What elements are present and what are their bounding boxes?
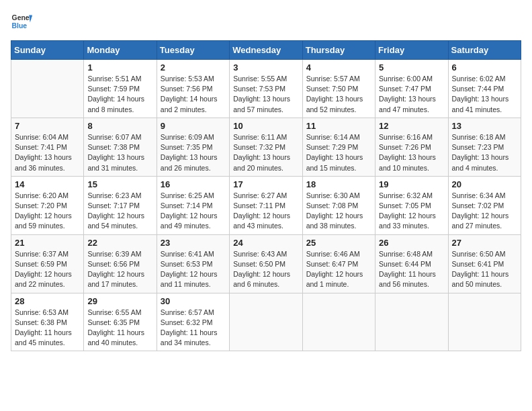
day-info-line: Daylight: 13 hours [306,152,371,163]
day-info-line: Sunrise: 6:18 AM [452,132,517,142]
day-info-line: Sunset: 6:53 PM [161,259,226,269]
calendar-cell: 21Sunrise: 6:37 AMSunset: 6:59 PMDayligh… [11,234,84,293]
day-info-line: Sunrise: 5:55 AM [233,74,298,84]
day-info-line: and 22 minutes. [15,279,80,289]
day-info-line: Sunset: 7:20 PM [15,201,80,211]
day-number: 5 [379,62,444,73]
calendar-cell [11,60,84,118]
day-info-line: Sunset: 6:44 PM [379,259,444,269]
day-info-line: Sunrise: 6:57 AM [161,308,226,318]
day-info-line: Sunrise: 6:25 AM [161,191,226,201]
day-info-line: Daylight: 11 hours [452,269,517,279]
day-info-line: and 17 minutes. [87,279,152,289]
day-info-line: and 54 minutes. [87,221,152,231]
calendar-cell: 23Sunrise: 6:41 AMSunset: 6:53 PMDayligh… [157,234,229,293]
calendar-cell: 16Sunrise: 6:25 AMSunset: 7:14 PMDayligh… [157,176,229,234]
day-info-line: Daylight: 12 hours [161,269,226,279]
day-number: 11 [306,121,371,131]
calendar-cell: 27Sunrise: 6:50 AMSunset: 6:41 PMDayligh… [448,234,521,293]
calendar-cell: 26Sunrise: 6:48 AMSunset: 6:44 PMDayligh… [375,234,448,293]
day-info-line: Sunset: 7:11 PM [233,201,298,211]
calendar-cell: 14Sunrise: 6:20 AMSunset: 7:20 PMDayligh… [11,176,84,234]
day-info-line: Sunset: 7:17 PM [87,201,152,211]
day-info-line: and 57 minutes. [233,105,298,115]
day-info-line: and 26 minutes. [161,163,226,173]
day-info-line: and 38 minutes. [306,221,371,231]
day-info-line: Sunrise: 6:27 AM [233,191,298,201]
day-number: 2 [161,62,226,73]
day-info-line: and 10 minutes. [379,163,444,173]
day-info-line: Daylight: 13 hours [452,152,517,163]
calendar-cell [302,293,375,351]
day-info-line: Sunrise: 6:43 AM [233,249,298,259]
day-info-line: Sunrise: 6:02 AM [452,74,517,84]
day-info-line: Sunrise: 6:00 AM [379,74,444,84]
day-number: 9 [161,121,226,131]
day-info-line: and 1 minute. [306,279,371,289]
calendar-week-row: 21Sunrise: 6:37 AMSunset: 6:59 PMDayligh… [11,234,521,293]
calendar-cell: 15Sunrise: 6:23 AMSunset: 7:17 PMDayligh… [84,176,157,234]
day-info-line: Daylight: 13 hours [233,152,298,163]
calendar-cell: 12Sunrise: 6:16 AMSunset: 7:26 PMDayligh… [375,118,448,176]
day-info-line: and 36 minutes. [15,163,80,173]
day-info-line: Sunset: 6:41 PM [452,259,517,269]
day-info-line: Sunset: 7:50 PM [306,84,371,94]
day-number: 17 [233,179,298,189]
day-info-line: Sunset: 7:29 PM [306,142,371,152]
day-info-line: Sunrise: 6:30 AM [306,191,371,201]
day-info-line: Sunrise: 6:46 AM [306,249,371,259]
day-info-line: Sunrise: 6:55 AM [87,308,152,318]
day-info-line: Sunset: 6:59 PM [15,259,80,269]
day-info-line: Sunrise: 6:53 AM [15,308,80,318]
day-info-line: Sunset: 7:02 PM [452,201,517,211]
day-info-line: Daylight: 11 hours [161,328,226,338]
day-info-line: Sunset: 7:59 PM [87,84,152,94]
day-info-line: Daylight: 13 hours [87,152,152,163]
day-number: 18 [306,179,371,189]
calendar-cell: 20Sunrise: 6:34 AMSunset: 7:02 PMDayligh… [448,176,521,234]
day-info-line: Sunset: 7:23 PM [452,142,517,152]
weekday-header: Wednesday [230,41,302,60]
day-number: 27 [452,238,517,248]
day-number: 7 [15,121,80,131]
day-info-line: Sunset: 6:32 PM [161,318,226,328]
day-info-line: Daylight: 11 hours [15,328,80,338]
day-info-line: Sunset: 7:14 PM [161,201,226,211]
day-info-line: Daylight: 11 hours [87,328,152,338]
day-info-line: Daylight: 12 hours [452,211,517,221]
day-info-line: Daylight: 12 hours [15,269,80,279]
svg-text:Blue: Blue [12,22,28,30]
day-number: 19 [379,179,444,189]
calendar-cell: 7Sunrise: 6:04 AMSunset: 7:41 PMDaylight… [11,118,84,176]
day-number: 26 [379,238,444,248]
day-info-line: and 43 minutes. [233,221,298,231]
day-info-line: Daylight: 14 hours [161,94,226,104]
calendar-cell: 18Sunrise: 6:30 AMSunset: 7:08 PMDayligh… [302,176,375,234]
day-info-line: and 45 minutes. [15,338,80,348]
calendar-cell: 19Sunrise: 6:32 AMSunset: 7:05 PMDayligh… [375,176,448,234]
calendar-week-row: 1Sunrise: 5:51 AMSunset: 7:59 PMDaylight… [11,60,521,118]
day-info-line: Sunset: 7:26 PM [379,142,444,152]
day-info-line: Sunrise: 6:23 AM [87,191,152,201]
day-info-line: and 47 minutes. [379,105,444,115]
calendar-cell: 8Sunrise: 6:07 AMSunset: 7:38 PMDaylight… [84,118,157,176]
day-info-line: and 59 minutes. [15,221,80,231]
day-info-line: and 34 minutes. [161,338,226,348]
day-info-line: Daylight: 13 hours [306,94,371,104]
day-number: 6 [452,62,517,73]
day-info-line: Sunrise: 6:16 AM [379,132,444,142]
day-info-line: Sunrise: 5:53 AM [161,74,226,84]
calendar-cell [375,293,448,351]
day-info-line: Daylight: 13 hours [15,152,80,163]
day-info-line: Sunrise: 6:39 AM [87,249,152,259]
day-number: 15 [87,179,152,189]
day-info-line: and 11 minutes. [161,279,226,289]
day-info-line: and 40 minutes. [87,338,152,348]
day-number: 13 [452,121,517,131]
day-number: 29 [87,296,152,306]
day-number: 20 [452,179,517,189]
calendar-cell: 25Sunrise: 6:46 AMSunset: 6:47 PMDayligh… [302,234,375,293]
calendar-week-row: 28Sunrise: 6:53 AMSunset: 6:38 PMDayligh… [11,293,521,351]
weekday-header: Thursday [302,41,375,60]
weekday-header: Sunday [11,41,84,60]
